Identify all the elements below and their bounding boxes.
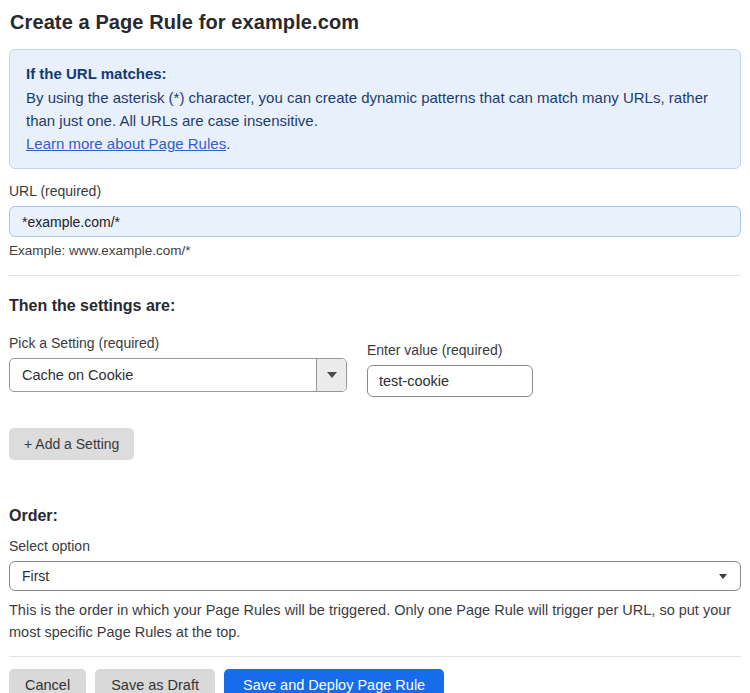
footer-actions: Cancel Save as Draft Save and Deploy Pag… [9,669,741,693]
order-select-label: Select option [9,538,741,554]
order-select[interactable]: First [9,561,741,591]
url-match-info-box: If the URL matches: By using the asteris… [9,49,741,169]
add-setting-button[interactable]: + Add a Setting [9,428,134,460]
link-suffix: . [226,135,230,152]
learn-more-link[interactable]: Learn more about Page Rules [26,135,226,152]
setting-picker-column: Pick a Setting (required) Cache on Cooki… [9,335,347,392]
footer-divider [9,656,741,657]
setting-picker-label: Pick a Setting (required) [9,335,347,351]
info-box-body-text: By using the asterisk (*) character, you… [26,89,708,129]
url-example-hint: Example: www.example.com/* [9,243,741,258]
setting-select[interactable]: Cache on Cookie [9,358,347,392]
setting-value-input[interactable] [367,365,533,397]
info-box-link-line: Learn more about Page Rules. [26,132,724,155]
save-and-deploy-button[interactable]: Save and Deploy Page Rule [224,669,444,693]
settings-section-heading: Then the settings are: [9,297,741,315]
url-field-label: URL (required) [9,183,741,199]
chevron-down-icon [719,574,727,579]
info-box-body: By using the asterisk (*) character, you… [26,86,724,132]
setting-select-value: Cache on Cookie [10,359,316,391]
order-select-value: First [22,568,49,584]
setting-select-arrow-button[interactable] [316,359,346,391]
order-help-text: This is the order in which your Page Rul… [9,599,733,643]
setting-value-column: Enter value (required) [367,342,533,397]
section-divider [9,275,741,276]
info-box-heading: If the URL matches: [26,62,724,85]
url-input[interactable] [9,206,741,237]
order-section-heading: Order: [9,507,741,525]
setting-row: Pick a Setting (required) Cache on Cooki… [9,335,741,397]
save-as-draft-button[interactable]: Save as Draft [95,669,215,693]
setting-value-label: Enter value (required) [367,342,533,358]
create-page-rule-form: Create a Page Rule for example.com If th… [0,0,750,693]
cancel-button[interactable]: Cancel [9,669,86,693]
chevron-down-icon [327,372,337,378]
page-title: Create a Page Rule for example.com [9,0,741,34]
